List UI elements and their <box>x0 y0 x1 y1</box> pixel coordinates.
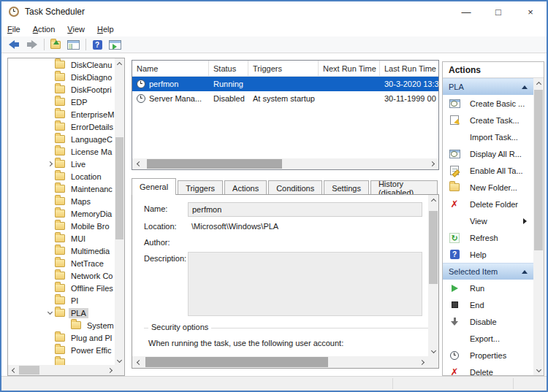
tree-item[interactable]: Offline Files <box>8 282 115 294</box>
action-item-delete-folder[interactable]: Delete Folder <box>443 196 533 212</box>
column-header-triggers[interactable]: Triggers <box>248 61 319 76</box>
tree-item[interactable]: Network Co <box>8 269 115 282</box>
scroll-right-arrow-icon[interactable] <box>427 158 438 169</box>
action-item-delete[interactable]: Delete <box>443 364 533 375</box>
scroll-up-arrow-icon[interactable] <box>115 58 124 69</box>
tree-item[interactable]: Multimedia <box>8 245 115 257</box>
tree-item[interactable]: EDP <box>8 96 115 108</box>
scroll-left-arrow-icon[interactable] <box>8 365 18 375</box>
actions-section-header-pla[interactable]: PLA <box>443 78 533 95</box>
tree-vertical-scrollbar[interactable] <box>115 58 124 366</box>
action-item-import-task[interactable]: Import Task... <box>443 128 533 145</box>
column-header-name[interactable]: Name <box>132 61 209 76</box>
action-item-new-folder[interactable]: New Folder... <box>443 179 533 196</box>
action-item-properties[interactable]: Properties <box>443 347 533 364</box>
title-bar[interactable]: Task Scheduler — □ × <box>1 1 547 22</box>
scroll-down-arrow-icon[interactable] <box>533 365 544 375</box>
menu-item-help[interactable]: Help <box>97 25 114 34</box>
back-button[interactable] <box>6 37 22 52</box>
scrollbar-thumb[interactable] <box>147 159 282 169</box>
tree-item[interactable]: Location <box>8 170 115 182</box>
tree-item[interactable]: Maps <box>8 195 115 207</box>
tree-item[interactable]: Maintenanc <box>8 182 115 195</box>
close-button[interactable]: × <box>514 1 547 22</box>
column-header-last-run-time[interactable]: Last Run Time <box>380 61 439 76</box>
description-field[interactable] <box>188 252 422 316</box>
tab-settings[interactable]: Settings <box>324 180 369 195</box>
tree-item[interactable]: Power Effic <box>8 344 115 356</box>
tree-item[interactable]: NetTrace <box>8 257 115 269</box>
actions-section-header-selected-item[interactable]: Selected Item <box>443 263 533 280</box>
scroll-left-arrow-icon[interactable] <box>132 356 143 368</box>
tree-item-label: NetTrace <box>69 258 106 269</box>
tab-triggers[interactable]: Triggers <box>178 180 223 195</box>
tab-history[interactable]: History (disabled) <box>370 180 438 195</box>
menu-item-action[interactable]: Action <box>33 25 56 34</box>
forward-button[interactable] <box>23 37 39 52</box>
scrollbar-thumb[interactable] <box>19 366 39 374</box>
action-item-enable-all-ta[interactable]: Enable All Ta... <box>443 162 533 179</box>
tree-item[interactable]: ErrorDetails <box>8 120 115 133</box>
column-header-next-run-time[interactable]: Next Run Time <box>319 61 380 76</box>
tree-item[interactable]: DiskDiagno <box>8 71 115 83</box>
action-item-export[interactable]: Export... <box>443 330 533 347</box>
task-row[interactable]: perfmonRunning30-3-2020 13:3 <box>132 77 438 91</box>
action-item-create-basic[interactable]: Create Basic ... <box>443 95 533 112</box>
help-button[interactable] <box>89 37 105 52</box>
tab-actions[interactable]: Actions <box>224 180 267 195</box>
scroll-right-arrow-icon[interactable] <box>105 365 115 375</box>
collapse-arrow-icon[interactable] <box>522 85 528 89</box>
scrollbar-thumb[interactable] <box>534 90 543 250</box>
tree-item[interactable]: DiskFootpri <box>8 83 115 96</box>
action-item-disable[interactable]: Disable <box>443 313 533 330</box>
tree-item[interactable]: PI <box>8 294 115 307</box>
tree-item[interactable]: Mobile Bro <box>8 220 115 232</box>
tree-item[interactable]: MemoryDia <box>8 207 115 220</box>
actions-vertical-scrollbar[interactable] <box>533 78 544 375</box>
tree-item[interactable]: Live <box>8 158 115 170</box>
details-horizontal-scrollbar[interactable] <box>132 356 428 368</box>
tree-item[interactable]: Plug and Pl <box>8 331 115 344</box>
tree-item[interactable]: PLA <box>8 307 115 319</box>
action-item-view[interactable]: View <box>443 212 533 229</box>
tree-chevron-collapsed-icon[interactable] <box>45 162 55 166</box>
name-field[interactable]: perfmon <box>188 202 422 217</box>
maximize-button[interactable]: □ <box>482 1 514 22</box>
tree-chevron-expanded-icon[interactable] <box>45 312 55 314</box>
scroll-right-arrow-icon[interactable] <box>417 356 428 368</box>
menu-item-file[interactable]: File <box>7 25 20 34</box>
tab-general[interactable]: General <box>132 178 176 195</box>
collapse-arrow-icon[interactable] <box>522 270 528 274</box>
minimize-button[interactable]: — <box>450 1 482 22</box>
details-vertical-scrollbar[interactable] <box>428 195 438 356</box>
scrollbar-thumb[interactable] <box>429 211 438 284</box>
tree-item[interactable]: DiskCleanu <box>8 58 115 71</box>
scroll-down-arrow-icon[interactable] <box>115 356 124 366</box>
tab-conditions[interactable]: Conditions <box>268 180 322 195</box>
scroll-up-arrow-icon[interactable] <box>533 78 544 88</box>
show-action-pane-button[interactable] <box>107 37 123 52</box>
scroll-down-arrow-icon[interactable] <box>428 346 438 356</box>
menu-item-view[interactable]: View <box>67 25 85 34</box>
list-horizontal-scrollbar[interactable] <box>132 158 438 169</box>
tree-horizontal-scrollbar[interactable] <box>8 365 115 375</box>
task-row[interactable]: Server Mana...DisabledAt system startup3… <box>132 91 438 106</box>
action-item-run[interactable]: Run <box>443 280 533 296</box>
tree-item[interactable]: License Ma <box>8 145 115 158</box>
column-header-status[interactable]: Status <box>209 61 248 76</box>
scroll-up-arrow-icon[interactable] <box>428 195 438 205</box>
scroll-left-arrow-icon[interactable] <box>132 158 143 169</box>
scrollbar-thumb[interactable] <box>115 137 123 239</box>
action-item-create-task[interactable]: Create Task... <box>443 112 533 128</box>
action-item-help[interactable]: Help <box>443 246 533 263</box>
action-item-refresh[interactable]: Refresh <box>443 229 533 246</box>
show-console-tree-button[interactable] <box>65 37 81 52</box>
scrollbar-thumb[interactable] <box>145 357 328 367</box>
tree-item[interactable]: System <box>8 319 115 331</box>
up-one-level-button[interactable] <box>47 37 64 52</box>
tree-item[interactable]: EnterpriseM <box>8 108 115 120</box>
action-item-display-all-r[interactable]: Display All R... <box>443 145 533 162</box>
tree-item[interactable]: MUI <box>8 232 115 245</box>
action-item-end[interactable]: End <box>443 296 533 313</box>
tree-item[interactable]: LanguageC <box>8 133 115 145</box>
